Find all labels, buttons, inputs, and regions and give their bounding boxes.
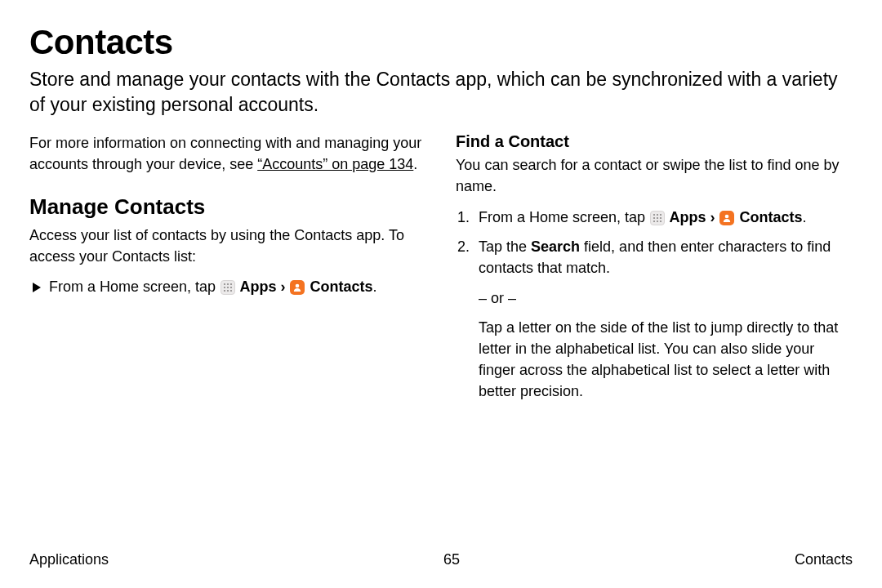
svg-point-5	[230, 287, 232, 288]
intro-paragraph: Store and manage your contacts with the …	[29, 67, 853, 118]
svg-point-3	[224, 287, 225, 288]
right-column: Find a Contact You can search for a cont…	[456, 132, 853, 410]
accounts-link[interactable]: “Accounts” on page 134	[257, 156, 413, 172]
or-divider: – or –	[479, 287, 853, 309]
svg-point-10	[653, 213, 655, 215]
svg-point-7	[227, 290, 229, 292]
svg-point-8	[230, 290, 232, 292]
apps-icon	[650, 211, 665, 225]
bullet-home-screen: From a Home screen, tap Apps › Contacts.	[29, 278, 426, 296]
footer-left: Applications	[29, 551, 109, 568]
svg-point-14	[657, 216, 658, 218]
content-columns: For more information on connecting with …	[29, 132, 853, 410]
bullet-text: From a Home screen, tap Apps › Contacts.	[49, 278, 376, 296]
svg-point-13	[653, 216, 655, 218]
apps-icon	[220, 280, 235, 295]
left-column: For more information on connecting with …	[29, 132, 426, 410]
find-contact-steps: From a Home screen, tap Apps › Contacts.…	[456, 207, 853, 402]
step-1: From a Home screen, tap Apps › Contacts.	[474, 207, 853, 228]
svg-point-12	[660, 213, 662, 215]
svg-point-4	[227, 287, 229, 288]
svg-point-17	[657, 220, 658, 221]
contacts-icon	[719, 211, 734, 225]
accounts-info-text: For more information on connecting with …	[29, 132, 426, 175]
svg-point-2	[230, 283, 232, 285]
step-2: Tap the Search field, and then enter cha…	[474, 236, 853, 402]
svg-point-1	[227, 283, 229, 285]
contacts-icon	[290, 280, 305, 295]
manage-contacts-intro: Access your list of contacts by using th…	[29, 225, 426, 267]
svg-point-9	[296, 283, 300, 287]
svg-point-16	[653, 220, 655, 221]
svg-point-15	[660, 216, 662, 218]
svg-point-6	[224, 290, 225, 292]
footer-right: Contacts	[795, 551, 853, 568]
manage-contacts-heading: Manage Contacts	[29, 194, 426, 220]
find-contact-intro: You can search for a contact or swipe th…	[456, 154, 853, 197]
alt-instruction: Tap a letter on the side of the list to …	[479, 317, 853, 402]
svg-point-18	[660, 220, 662, 221]
svg-point-19	[725, 214, 729, 218]
play-triangle-icon	[33, 283, 41, 292]
svg-point-11	[657, 213, 658, 215]
find-contact-heading: Find a Contact	[456, 132, 853, 151]
svg-point-0	[224, 283, 225, 285]
page-title: Contacts	[29, 23, 853, 62]
footer-page-number: 65	[443, 551, 460, 568]
page-footer: Applications 65 Contacts	[29, 551, 853, 568]
